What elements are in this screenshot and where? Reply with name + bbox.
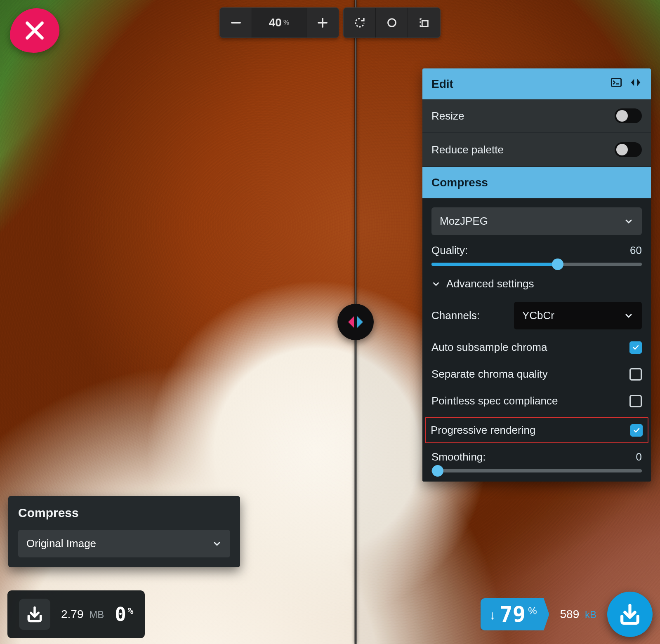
savings-pct-unit: % [528,605,537,617]
chevron-down-icon [624,216,634,226]
zoom-in-button[interactable] [306,8,339,38]
check-label: Separate chroma quality [431,368,548,381]
cli-icon[interactable] [610,77,622,91]
left-size-unit: MB [89,609,104,620]
reduce-palette-label: Reduce palette [431,143,504,156]
reduce-palette-toggle[interactable] [615,142,642,157]
left-size-num: 2.79 [61,608,84,620]
close-icon [23,19,47,42]
zoom-toolbar: 40 % [219,7,441,38]
compress-body: MozJPEG Quality: 60 Advanced settings Ch… [422,198,651,482]
left-size: 2.79 MB [61,608,104,621]
right-size: 589 kB [560,608,596,621]
channels-select[interactable]: YCbCr [514,302,642,329]
left-pct-num: 0 [115,603,126,625]
edit-header: Edit [422,68,651,99]
rotate-icon [354,16,366,29]
resize-row: Resize [422,99,651,132]
checkbox-spec-compliance[interactable] [629,395,642,407]
zoom-value-number: 40 [269,16,282,29]
channels-row: Channels: YCbCr [431,302,642,329]
rotate-button[interactable] [344,8,376,38]
check-auto-subsample: Auto subsample chroma [431,338,642,356]
chevron-down-icon [624,311,634,321]
pixel-grid-button[interactable] [408,8,440,38]
encoder-select[interactable]: MozJPEG [431,207,642,235]
zoom-group: 40 % [219,7,339,38]
quality-label: Quality: [431,244,468,257]
check-spec-compliance: Pointless spec compliance [431,392,642,410]
down-arrow-icon: ↓ [490,608,496,622]
reduce-palette-row: Reduce palette [422,133,651,166]
right-size-unit: kB [585,609,596,620]
left-pct-unit: % [128,606,133,616]
download-left-button[interactable] [19,599,50,630]
svg-point-0 [388,19,396,27]
check-label: Pointless spec compliance [431,395,558,407]
quality-slider[interactable] [431,263,642,266]
bottom-right-bar: ↓ 79 % 589 kB [481,590,653,638]
copy-settings-icon[interactable] [629,77,642,91]
bottom-left-bar: 2.79 MB 0 % [7,590,145,638]
svg-rect-2 [611,79,621,87]
left-mode-value: Original Image [26,537,96,550]
smoothing-label: Smoothing: [431,451,486,463]
checkbox-separate-chroma[interactable] [629,368,642,381]
smoothing-value[interactable]: 0 [636,451,642,463]
background-toggle-button[interactable] [376,8,408,38]
channels-value: YCbCr [522,309,554,322]
download-icon [26,605,44,623]
advanced-label: Advanced settings [446,277,534,290]
compress-header: Compress [422,167,651,198]
download-icon [618,602,642,626]
checkbox-progressive-rendering[interactable] [630,424,643,437]
minus-icon [230,16,242,29]
svg-rect-1 [422,21,428,26]
channels-label: Channels: [431,309,480,322]
zoom-out-button[interactable] [220,8,252,38]
left-panel: Compress Original Image [8,496,240,567]
check-separate-chroma: Separate chroma quality [431,365,642,383]
plus-icon [316,16,329,29]
left-mode-select[interactable]: Original Image [18,530,230,557]
zoom-value[interactable]: 40 % [252,8,306,38]
savings-badge: ↓ 79 % [481,598,549,630]
edit-title: Edit [431,78,453,91]
smoothing-slider[interactable] [431,469,642,472]
chevron-down-icon [431,280,441,289]
left-compress-title: Compress [8,496,240,530]
download-right-button[interactable] [607,592,653,637]
compare-handle[interactable] [337,304,374,340]
encoder-value: MozJPEG [440,215,488,228]
check-label: Auto subsample chroma [431,341,547,354]
chevron-down-icon [212,539,222,549]
compress-title: Compress [431,176,488,189]
checkbox-auto-subsample[interactable] [629,341,642,354]
savings-pct-num: 79 [500,602,526,627]
left-pct: 0 % [115,603,133,625]
advanced-toggle[interactable]: Advanced settings [431,275,642,293]
zoom-value-unit: % [283,19,289,26]
check-label: Progressive rendering [431,424,535,437]
resize-label: Resize [431,110,464,122]
right-panel: Edit Resize Reduce palette Compress Mo [422,68,651,482]
circle-icon [386,17,398,28]
quality-value[interactable]: 60 [630,244,642,257]
resize-toggle[interactable] [615,108,642,123]
check-progressive-rendering: Progressive rendering [425,417,648,443]
bounding-box-icon [418,17,430,28]
transform-group [343,7,441,38]
right-size-num: 589 [560,608,579,620]
